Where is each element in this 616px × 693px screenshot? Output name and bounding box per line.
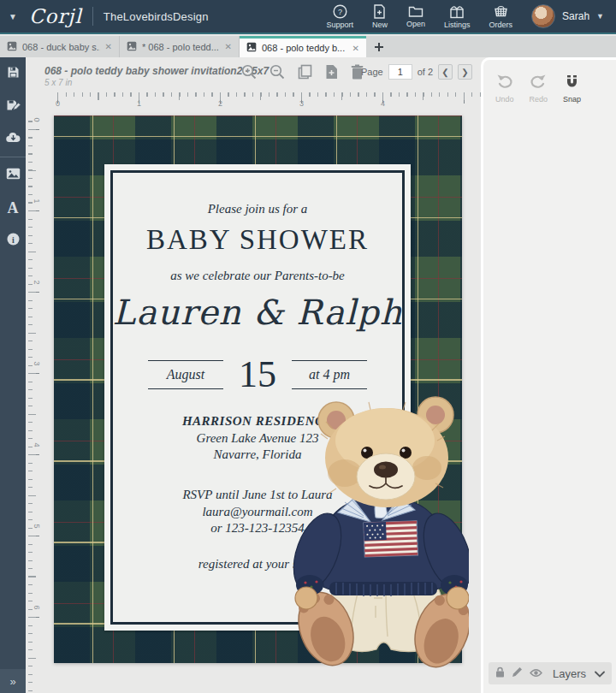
next-page-button[interactable]: ❯ xyxy=(458,64,472,80)
info-button[interactable]: i xyxy=(0,224,26,257)
previous-page-button[interactable]: ❮ xyxy=(438,64,453,80)
undo-icon xyxy=(496,74,513,92)
text-tool-button[interactable]: A xyxy=(0,192,26,224)
page-label: Page xyxy=(361,67,383,77)
document-title: 068 - polo teddy baby shower invitation2… xyxy=(44,65,269,77)
image-file-icon xyxy=(127,41,137,53)
image-tool-button[interactable] xyxy=(0,159,26,192)
chevron-down-icon xyxy=(595,666,605,681)
horizontal-ruler: 0 1 2 3 4 xyxy=(43,92,481,111)
orders-button[interactable]: Orders xyxy=(489,4,513,29)
save-icon xyxy=(7,66,20,82)
lock-icon xyxy=(495,666,505,681)
canvas-workspace: 068 - polo teddy baby shower invitation2… xyxy=(26,57,481,693)
tab-polo-teddy-2-active[interactable]: 068 - polo teddy b... ✕ xyxy=(240,36,366,57)
double-chevron-right-icon: » xyxy=(9,675,15,688)
invitation-intro-text[interactable]: Please join us for a xyxy=(104,202,411,216)
tool-sidebar: A i » xyxy=(0,57,26,693)
user-name: Sarah xyxy=(562,10,589,22)
info-icon: i xyxy=(7,233,20,249)
tab-label: 068 - duck baby s... xyxy=(22,42,100,52)
document-tabstrip: 068 - duck baby s... ✕ * 068 - polo tedd… xyxy=(0,36,616,57)
open-button[interactable]: Open xyxy=(406,4,425,28)
copy-page-button[interactable] xyxy=(298,64,312,80)
zoom-in-button[interactable] xyxy=(241,64,257,80)
tab-label: 068 - polo teddy b... xyxy=(262,43,347,53)
download-button[interactable] xyxy=(0,122,26,155)
document-size: 5 x 7 in xyxy=(44,78,72,87)
teddy-bear-illustration[interactable] xyxy=(285,388,469,674)
avatar[interactable] xyxy=(531,4,555,28)
redo-button[interactable]: Redo xyxy=(530,74,548,104)
sidebar-expand-button[interactable]: » xyxy=(0,669,26,693)
invitation-names-text[interactable]: Lauren & Ralph xyxy=(104,293,411,332)
page-total: of 2 xyxy=(418,67,433,77)
add-page-button[interactable] xyxy=(325,64,338,80)
listings-button[interactable]: Listings xyxy=(444,4,471,29)
workspace-name: TheLovebirdsDesign xyxy=(104,10,209,23)
new-button[interactable]: New xyxy=(372,4,388,29)
tab-polo-teddy-1[interactable]: * 068 - polo tedd... ✕ xyxy=(120,36,240,57)
vertical-ruler: 0 1 2 3 4 5 6 xyxy=(28,111,43,693)
save-as-button[interactable] xyxy=(0,90,26,122)
eye-icon xyxy=(530,666,542,681)
page-number-input[interactable] xyxy=(388,64,412,80)
invitation-title-text[interactable]: BABY SHOWER xyxy=(104,224,411,256)
close-icon[interactable]: ✕ xyxy=(225,42,232,51)
navbar-divider xyxy=(92,7,93,26)
layers-label: Layers xyxy=(553,667,586,680)
close-icon[interactable]: ✕ xyxy=(105,42,112,51)
text-tool-icon: A xyxy=(8,199,19,217)
tab-duck-baby-shower[interactable]: 068 - duck baby s... ✕ xyxy=(0,36,120,57)
image-file-icon xyxy=(246,42,257,54)
invitation-day-text[interactable]: 15 xyxy=(239,356,276,394)
undo-button[interactable]: Undo xyxy=(495,74,514,104)
right-panel: Undo Redo Snap Layers xyxy=(481,57,616,693)
open-folder-icon xyxy=(408,4,424,18)
image-tool-icon xyxy=(6,168,21,183)
close-icon[interactable]: ✕ xyxy=(352,44,359,53)
top-navbar: ▼ Corjl TheLovebirdsDesign ? Support New… xyxy=(0,0,616,34)
pencil-icon xyxy=(512,666,523,681)
svg-text:?: ? xyxy=(338,8,342,16)
new-document-icon xyxy=(373,4,386,19)
invitation-time-text[interactable]: at 4 pm xyxy=(292,360,367,389)
save-as-icon xyxy=(6,98,21,115)
redo-icon xyxy=(530,74,547,92)
invitation-month-text[interactable]: August xyxy=(148,360,223,389)
svg-text:i: i xyxy=(12,234,15,244)
layers-panel-toggle[interactable]: Layers xyxy=(489,662,612,684)
tab-label: * 068 - polo tedd... xyxy=(142,42,220,52)
invitation-subtitle-text[interactable]: as we celebrate our Parents-to-be xyxy=(104,269,411,283)
help-circle-icon: ? xyxy=(333,4,347,19)
gift-box-icon xyxy=(449,4,465,19)
image-file-icon xyxy=(7,41,17,53)
chevron-down-icon: ▼ xyxy=(596,12,604,21)
save-button[interactable] xyxy=(0,57,26,90)
sidebar-divider xyxy=(0,157,26,157)
user-menu[interactable]: Sarah ▼ xyxy=(531,4,604,28)
magnet-snap-icon xyxy=(564,74,580,92)
snap-toggle-button[interactable]: Snap xyxy=(563,74,581,104)
cloud-download-icon xyxy=(6,131,21,146)
support-button[interactable]: ? Support xyxy=(326,4,353,29)
navbar-collapse-caret-icon[interactable]: ▼ xyxy=(9,12,17,21)
zoom-out-button[interactable] xyxy=(270,64,285,80)
corjl-logo[interactable]: Corjl xyxy=(29,5,82,27)
shopping-cart-icon xyxy=(493,4,509,19)
new-tab-button[interactable] xyxy=(366,36,392,57)
